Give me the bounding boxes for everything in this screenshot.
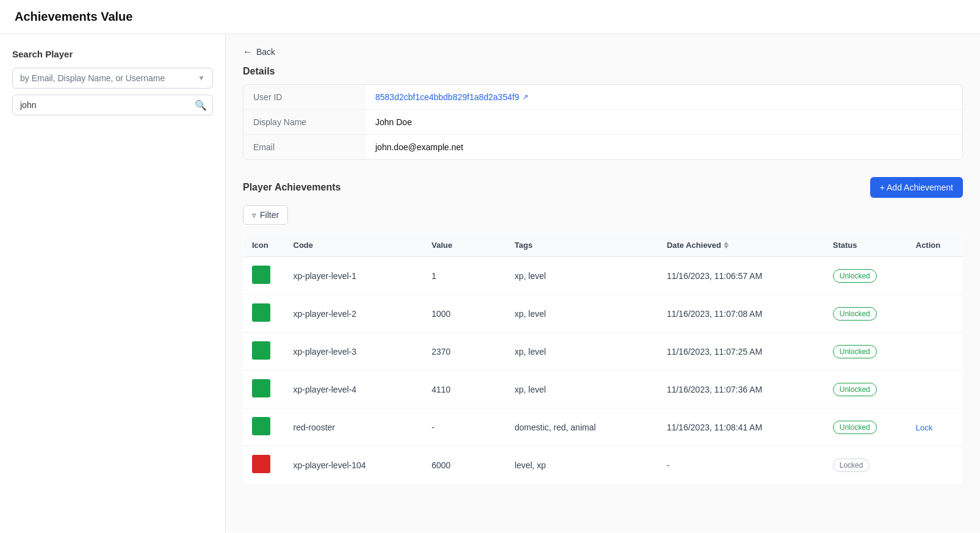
achievement-date: 11/16/2023, 11:07:25 AM — [658, 333, 824, 371]
search-button[interactable]: 🔍 — [195, 100, 207, 111]
achievement-date: 11/16/2023, 11:07:36 AM — [658, 371, 824, 408]
status-badge: Unlocked — [833, 383, 877, 396]
user-id-label: User ID — [243, 85, 366, 109]
add-achievement-button[interactable]: + Add Achievement — [870, 177, 963, 198]
sort-icon — [724, 242, 729, 248]
th-value: Value — [423, 234, 506, 257]
lock-button[interactable]: Lock — [916, 423, 932, 432]
achievement-icon-cell — [243, 295, 285, 333]
table-row: red-rooster - domestic, red, animal 11/1… — [243, 408, 963, 446]
detail-row-userid: User ID 8583d2cbf1ce4bbdb829f1a8d2a354f9… — [243, 85, 962, 110]
achievement-code: xp-player-level-2 — [285, 295, 423, 333]
achievement-date: 11/16/2023, 11:07:08 AM — [658, 295, 824, 333]
achievement-tags: xp, level — [506, 295, 658, 333]
achievements-header: Player Achievements + Add Achievement — [243, 177, 963, 198]
achievement-action[interactable]: Lock — [907, 408, 963, 446]
achievement-value: 1000 — [423, 295, 506, 333]
user-id-link[interactable]: 8583d2cbf1ce4bbdb829f1a8d2a354f9 ↗︎ — [375, 92, 528, 102]
achievement-icon — [252, 341, 270, 360]
achievement-icon-cell — [243, 408, 285, 446]
status-badge: Unlocked — [833, 307, 877, 321]
table-row: xp-player-level-2 1000 xp, level 11/16/2… — [243, 295, 963, 333]
achievement-action — [907, 295, 963, 333]
table-head: Icon Code Value Tags Date Achieved — [243, 234, 963, 257]
back-label: Back — [256, 47, 275, 57]
achievement-status: Unlocked — [824, 408, 907, 446]
achievements-table: Icon Code Value Tags Date Achieved — [243, 233, 963, 484]
th-icon: Icon — [243, 234, 285, 257]
achievement-code: xp-player-level-3 — [285, 333, 423, 371]
external-link-icon: ↗︎ — [522, 93, 528, 101]
achievement-code: red-rooster — [285, 408, 423, 446]
achievement-icon-cell — [243, 446, 285, 484]
sort-up-icon — [724, 242, 729, 245]
th-action: Action — [907, 234, 963, 257]
achievement-icon — [252, 417, 270, 435]
filter-button[interactable]: ▿ Filter — [243, 205, 288, 225]
achievement-action — [907, 446, 963, 484]
email-value: john.doe@example.net — [366, 135, 473, 159]
achievement-action — [907, 371, 963, 408]
search-filter-select[interactable]: by Email, Display Name, or Username ▼ — [12, 68, 213, 89]
th-status: Status — [824, 234, 907, 257]
achievement-tags: xp, level — [506, 333, 658, 371]
achievement-icon — [252, 379, 270, 397]
page-header: Achievements Value — [0, 0, 980, 34]
achievement-code: xp-player-level-1 — [285, 257, 423, 295]
table-row: xp-player-level-4 4110 xp, level 11/16/2… — [243, 371, 963, 408]
display-name-label: Display Name — [243, 110, 366, 134]
main-content: ← Back Details User ID 8583d2cbf1ce4bbdb… — [226, 34, 980, 532]
achievement-status: Unlocked — [824, 371, 907, 408]
achievement-status: Locked — [824, 446, 907, 484]
filter-label: Filter — [260, 210, 279, 220]
achievement-icon-cell — [243, 371, 285, 408]
detail-row-email: Email john.doe@example.net — [243, 135, 962, 159]
page-title: Achievements Value — [15, 10, 965, 24]
achievement-tags: xp, level — [506, 257, 658, 295]
display-name-value: John Doe — [366, 110, 422, 134]
status-badge: Unlocked — [833, 421, 877, 434]
details-card: User ID 8583d2cbf1ce4bbdb829f1a8d2a354f9… — [243, 84, 963, 160]
achievement-action — [907, 257, 963, 295]
detail-row-displayname: Display Name John Doe — [243, 110, 962, 135]
th-date[interactable]: Date Achieved — [658, 234, 824, 257]
search-filter-label: by Email, Display Name, or Username — [20, 73, 165, 83]
achievements-title: Player Achievements — [243, 182, 340, 193]
achievement-value: 4110 — [423, 371, 506, 408]
achievement-icon-cell — [243, 333, 285, 371]
table-row: xp-player-level-3 2370 xp, level 11/16/2… — [243, 333, 963, 371]
table-body: xp-player-level-1 1 xp, level 11/16/2023… — [243, 257, 963, 484]
achievement-value: 6000 — [423, 446, 506, 484]
sort-down-icon — [724, 245, 729, 248]
achievement-icon-cell — [243, 257, 285, 295]
table-row: xp-player-level-104 6000 level, xp - Loc… — [243, 446, 963, 484]
user-id-text: 8583d2cbf1ce4bbdb829f1a8d2a354f9 — [375, 92, 519, 102]
email-label: Email — [243, 135, 366, 159]
achievement-tags: level, xp — [506, 446, 658, 484]
achievement-icon — [252, 303, 270, 322]
search-input-wrap: 🔍 — [12, 95, 213, 115]
status-badge: Unlocked — [833, 269, 877, 283]
back-arrow-icon: ← — [243, 46, 253, 57]
th-code: Code — [285, 234, 423, 257]
achievement-icon — [252, 266, 270, 284]
chevron-down-icon: ▼ — [198, 74, 205, 82]
th-date-label: Date Achieved — [667, 241, 721, 250]
back-button[interactable]: ← Back — [243, 46, 275, 57]
main-layout: Search Player by Email, Display Name, or… — [0, 34, 980, 532]
status-badge: Locked — [833, 459, 870, 472]
user-id-value: 8583d2cbf1ce4bbdb829f1a8d2a354f9 ↗︎ — [366, 85, 538, 109]
achievement-status: Unlocked — [824, 257, 907, 295]
achievement-code: xp-player-level-104 — [285, 446, 423, 484]
achievement-icon — [252, 455, 270, 473]
search-section-title: Search Player — [12, 49, 213, 59]
filter-icon: ▿ — [252, 211, 256, 220]
search-input[interactable] — [12, 95, 213, 115]
achievement-tags: xp, level — [506, 371, 658, 408]
achievement-date: 11/16/2023, 11:06:57 AM — [658, 257, 824, 295]
sidebar: Search Player by Email, Display Name, or… — [0, 34, 226, 532]
achievement-status: Unlocked — [824, 295, 907, 333]
achievement-date: 11/16/2023, 11:08:41 AM — [658, 408, 824, 446]
achievement-code: xp-player-level-4 — [285, 371, 423, 408]
achievement-date: - — [658, 446, 824, 484]
